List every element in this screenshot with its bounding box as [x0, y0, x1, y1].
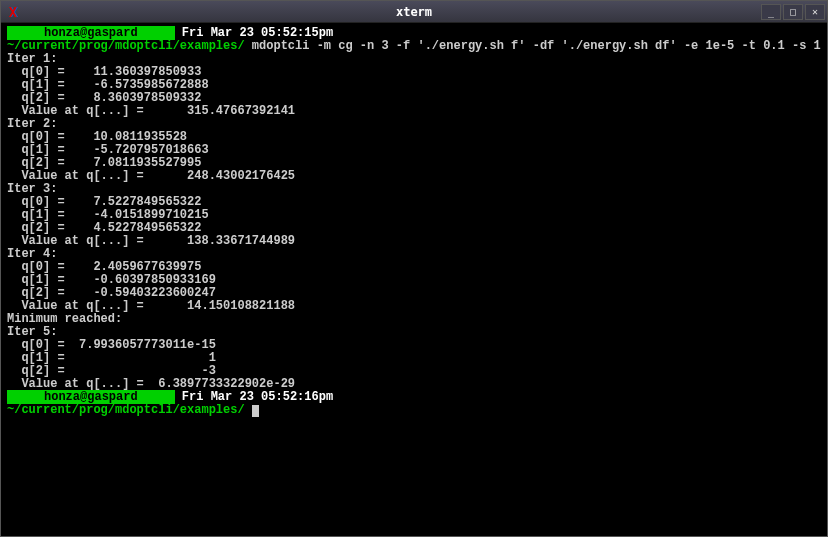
prompt-userhost: honza@gaspard — [7, 26, 175, 40]
xterm-window: X xterm _ □ ✕ honza@gaspard Fri Mar 23 0… — [0, 0, 828, 537]
prompt-datetime: Fri Mar 23 05:52:15pm — [182, 26, 333, 40]
xterm-icon: X — [5, 4, 21, 20]
titlebar-left: X — [3, 4, 21, 20]
window-title: xterm — [396, 5, 432, 19]
close-button[interactable]: ✕ — [805, 4, 825, 20]
prompt2-path: ~/current/prog/mdoptcli/examples/ — [7, 403, 245, 417]
prompt-path: ~/current/prog/mdoptcli/examples/ — [7, 39, 245, 53]
maximize-button[interactable]: □ — [783, 4, 803, 20]
cursor — [252, 405, 259, 417]
prompt2-userhost: honza@gaspard — [7, 390, 175, 404]
window-controls: _ □ ✕ — [761, 4, 825, 20]
prompt2-datetime: Fri Mar 23 05:52:16pm — [182, 390, 333, 404]
terminal-area[interactable]: honza@gaspard Fri Mar 23 05:52:15pm ~/cu… — [1, 23, 827, 536]
command-output: Iter 1: q[0] = 11.360397850933 q[1] = -6… — [7, 52, 295, 391]
command-text: mdoptcli -m cg -n 3 -f './energy.sh f' -… — [252, 39, 827, 53]
titlebar[interactable]: X xterm _ □ ✕ — [1, 1, 827, 23]
minimize-button[interactable]: _ — [761, 4, 781, 20]
